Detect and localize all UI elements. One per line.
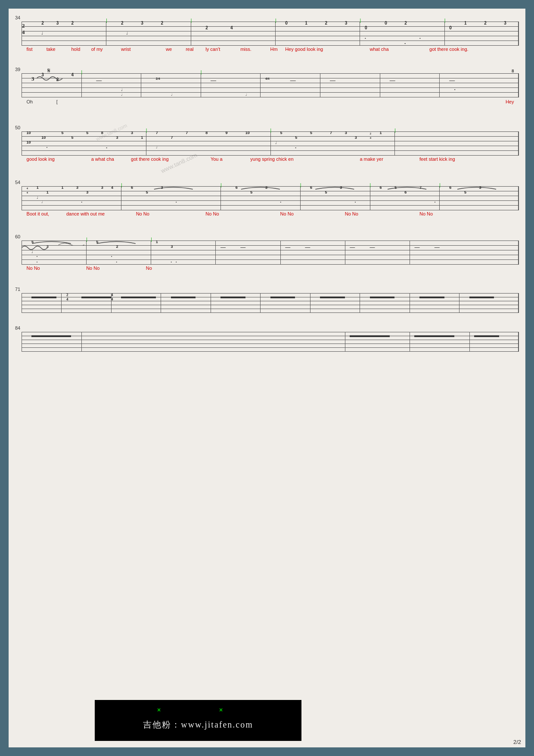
lyrics-4: Boot it out, dance with out me No No No … <box>22 211 519 222</box>
lyric-no-no-4: No No <box>345 211 358 216</box>
lyric-real: real <box>186 47 193 52</box>
staff-lines-6: 2 4 4 4 <box>22 293 519 312</box>
page-number: 2/2 <box>513 739 521 745</box>
measure-num-39: 39 <box>15 67 20 72</box>
lyrics-5: No No No No No <box>22 266 519 276</box>
lyric-yung-spring: yung spring chick en <box>250 156 293 162</box>
lyric-nono-6: No No <box>27 266 40 271</box>
score-wrapper: 34 2 4 2 <box>9 9 525 747</box>
row-1: 34 2 4 2 <box>13 13 521 60</box>
row-3: 50 10 10 10 5 5 5 8 <box>13 123 521 172</box>
bottom-box: × × 吉他粉：www.jitafen.com <box>95 700 301 741</box>
lyric-miss: miss. <box>240 47 251 52</box>
lyric-got-there-cooking-2: got there cook ing <box>131 156 168 162</box>
lyric-bracket: [ <box>56 99 58 104</box>
measure-num-84: 84 <box>15 325 20 331</box>
staff-lines-5: 5 3 5 2 1 3 — — — — — — <box>22 241 519 264</box>
measure-num-34: 34 <box>15 15 20 20</box>
lyric-nono-5: No No <box>419 211 433 216</box>
lyrics-3: good look ing a what cha got there cook … <box>22 156 519 167</box>
row-7: 84 <box>13 323 521 358</box>
row-6: 71 <box>13 284 521 319</box>
bottom-box-text: 吉他粉：www.jitafen.com <box>143 719 253 731</box>
lyric-a-make: a make yer <box>360 156 383 162</box>
lyric-hey-good-looking: Hey good look ing <box>285 47 323 52</box>
measure-num-50: 50 <box>15 125 20 130</box>
row-2: 39 𝄋 <box>13 65 521 116</box>
lyric-you-a: You a <box>211 156 223 162</box>
lyric-we: we <box>166 47 172 52</box>
lyric-boot-it-out: Boot it out, <box>27 211 50 216</box>
lyric-feet-start: feet start kick ing <box>419 156 455 162</box>
row-5: 60 <box>13 232 521 281</box>
staff-lines-3: 10 10 10 5 5 5 8 3 3 1 • 7 7 7 8 9 10 <box>22 131 519 155</box>
lyric-fist: fist <box>27 47 33 52</box>
lyric-wrist: wrist <box>121 47 131 52</box>
lyric-nono-2: No No <box>205 211 219 216</box>
lyric-hm: Hm <box>270 47 278 52</box>
lyric-good-looking: good look ing <box>27 156 55 162</box>
staff-lines-1: 2 4 2 3 2 2 3 2 2 4 0 1 2 3 0 0 2 0 1 <box>22 22 519 45</box>
lyric-ly-cant: ly can't <box>205 47 220 52</box>
lyric-take: take <box>47 47 56 52</box>
lyric-of-my: of my <box>91 47 103 52</box>
lyric-nono-7: No No <box>86 266 99 271</box>
lyrics-1: fist take hold of my wrist we real ly ca… <box>22 47 519 57</box>
lyric-got-there-cooking: got there cook ing. <box>429 47 469 52</box>
lyric-dance-without-me: dance with out me <box>66 211 105 216</box>
lyric-a-what-cha: a what cha <box>91 156 114 162</box>
lyric-oh: Oh <box>27 99 33 104</box>
staff-lines-2: 3 3 2 4 — 2/4 — 4/4 — — — — | | ♩ ♩ <box>22 73 519 97</box>
lyric-nono-1: No No <box>136 211 149 216</box>
lyric-what-cha: what cha <box>370 47 389 52</box>
row-4: 54 4 4 1 1 <box>13 178 521 227</box>
measure-num-71: 71 <box>15 287 20 292</box>
lyric-no-final: No <box>146 266 152 271</box>
lyric-nono-3: No No <box>280 211 294 216</box>
staff-lines-7 <box>22 332 519 351</box>
measure-num-54: 54 <box>15 180 20 185</box>
lyric-hold: hold <box>71 47 81 52</box>
staff-lines-4: 4 4 1 1 1 3 3 3 4 6 5 3 <box>22 186 519 210</box>
lyrics-2: Oh [ Hey <box>22 99 519 112</box>
lyric-hey-2: Hey <box>506 99 514 104</box>
page-container: 34 2 4 2 <box>0 0 534 756</box>
measure-num-60: 60 <box>15 234 20 239</box>
